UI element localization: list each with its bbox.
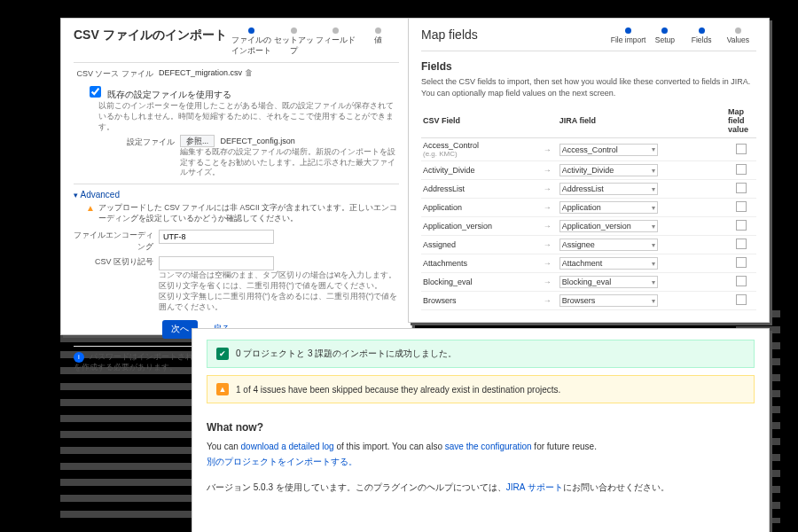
field-mapping-table: CSV Field JIRA field Map field value Acc… <box>421 104 756 310</box>
map-value-checkbox[interactable] <box>736 144 747 154</box>
jira-field-select[interactable]: Activity_Divide▾ <box>559 164 658 176</box>
warning-icon: ▲ <box>86 203 95 224</box>
jira-field-select[interactable]: Assignee▾ <box>559 239 658 251</box>
arrow-icon: → <box>542 292 558 310</box>
table-row: Application→Application▾ <box>421 199 756 217</box>
table-row: Blocking_eval→Blocking_eval▾ <box>421 273 756 292</box>
download-log-link[interactable]: download a detailed log <box>241 442 334 451</box>
use-existing-config-checkbox[interactable]: 既存の設定ファイルを使用する <box>86 90 231 99</box>
map-value-checkbox[interactable] <box>736 220 747 231</box>
wizard-stepper: ファイルのインポート セットアップ フィールド 値 <box>231 27 399 57</box>
jira-field-select[interactable]: Attachment▾ <box>559 257 658 270</box>
table-row: Browsers→Browsers▾ <box>421 292 756 310</box>
advanced-toggle[interactable]: Advanced <box>74 190 399 200</box>
warning-message: ▲ 1 of 4 issues have been skipped becaus… <box>207 375 755 403</box>
use-existing-config-input[interactable] <box>90 86 101 98</box>
step-file-import[interactable]: File import <box>610 27 646 44</box>
csv-field-cell: Access_Control(e.g. KMC) <box>421 138 542 161</box>
config-file-label: 設定ファイル <box>95 137 180 148</box>
csv-field-cell: Assigned <box>421 236 542 254</box>
save-config-link[interactable]: save the configuration <box>445 442 532 451</box>
table-row: Attachments→Attachment▾ <box>421 254 756 273</box>
map-value-checkbox[interactable] <box>736 294 747 305</box>
arrow-icon: → <box>542 254 558 273</box>
panel-title: CSV ファイルのインポート <box>74 27 227 43</box>
step-values[interactable]: Values <box>720 27 756 44</box>
import-another-link[interactable]: 別のプロジェクトをインポートする。 <box>207 457 357 466</box>
th-csv-field: CSV Field <box>421 104 542 138</box>
check-icon: ✔ <box>216 348 229 360</box>
panel-title: Map fields <box>421 27 478 42</box>
source-file-label: CSV ソース ファイル <box>74 68 159 80</box>
map-value-checkbox[interactable] <box>736 164 747 175</box>
map-value-checkbox[interactable] <box>736 257 747 268</box>
jira-field-select[interactable]: Blocking_eval▾ <box>559 276 658 288</box>
browse-button[interactable]: 参照... <box>180 135 215 147</box>
step-fields[interactable]: Fields <box>684 27 720 44</box>
chevron-down-icon: ▾ <box>652 145 655 153</box>
warning-icon: ▲ <box>216 383 229 395</box>
step-values[interactable]: 値 <box>357 27 400 46</box>
jira-support-link[interactable]: JIRA サポート <box>506 482 563 492</box>
fields-description: Select the CSV fields to import, then se… <box>421 76 756 98</box>
what-now-heading: What now? <box>207 421 755 434</box>
map-value-checkbox[interactable] <box>736 201 747 212</box>
jira-field-select[interactable]: Application_version▾ <box>559 220 658 232</box>
encoding-warning: アップロードした CSV ファイルには非 ASCII 文字が含まれています。正し… <box>98 203 399 224</box>
csv-field-cell: Activity_Divide <box>421 161 542 180</box>
delimiter-input[interactable] <box>159 256 274 270</box>
map-value-checkbox[interactable] <box>736 239 747 249</box>
chevron-down-icon: ▾ <box>652 223 655 231</box>
success-message: ✔ 0 プロジェクトと 3 課題のインポートに成功しました。 <box>207 340 755 368</box>
map-value-checkbox[interactable] <box>736 276 747 286</box>
jira-field-select[interactable]: Browsers▾ <box>559 294 658 307</box>
fields-heading: Fields <box>421 60 756 73</box>
jira-field-select[interactable]: AddressList▾ <box>559 183 658 195</box>
csv-field-cell: Application <box>421 199 542 217</box>
info-icon: i <box>74 352 84 363</box>
arrow-icon: → <box>542 273 558 292</box>
arrow-icon: → <box>542 161 558 180</box>
jira-field-select[interactable]: Access_Control▾ <box>559 144 658 156</box>
chevron-down-icon: ▾ <box>652 241 655 249</box>
jira-field-select[interactable]: Application▾ <box>559 201 658 214</box>
table-row: Application_version→Application_version▾ <box>421 217 756 236</box>
map-value-checkbox[interactable] <box>736 183 747 193</box>
csv-field-cell: Attachments <box>421 254 542 273</box>
map-fields-panel: Map fields File import Setup Fields Valu… <box>408 18 770 323</box>
delimiter-help-1: コンマの場合は空欄のまま、タブ区切りの場合は¥tを入力します。 <box>159 270 399 281</box>
arrow-icon: → <box>542 199 558 217</box>
chevron-down-icon: ▾ <box>652 167 655 175</box>
table-row: Assigned→Assignee▾ <box>421 236 756 254</box>
table-row: AddressList→AddressList▾ <box>421 180 756 199</box>
arrow-icon: → <box>542 217 558 236</box>
chevron-down-icon: ▾ <box>652 297 655 305</box>
step-setup[interactable]: セットアップ <box>273 27 316 57</box>
csv-field-cell: AddressList <box>421 180 542 199</box>
chevron-down-icon: ▾ <box>652 278 655 286</box>
trash-icon[interactable]: 🗑 <box>245 68 253 77</box>
table-row: Access_Control(e.g. KMC)→Access_Control▾ <box>421 138 756 161</box>
config-file-name: DEFECT_config.json <box>221 137 295 145</box>
csv-field-cell: Application_version <box>421 217 542 236</box>
arrow-icon: → <box>542 138 558 161</box>
source-file-name: DEFECT_migration.csv <box>159 68 242 77</box>
config-file-help: 編集する既存の設定ファイルの場所。新規のインポートを設定することをお勧めいたしま… <box>180 147 399 179</box>
table-row: Activity_Divide→Activity_Divide▾ <box>421 161 756 180</box>
delimiter-help-3: 区切り文字無しに二重引用符(")を含めるには、二重引用符(")で値を囲んでくださ… <box>159 292 399 313</box>
csv-import-panel: CSV ファイルのインポート ファイルのインポート セットアップ フィールド 値… <box>60 18 412 335</box>
step-file-import[interactable]: ファイルのインポート <box>231 27 273 57</box>
import-result-panel: ✔ 0 プロジェクトと 3 課題のインポートに成功しました。 ▲ 1 of 4 … <box>192 328 770 532</box>
step-setup[interactable]: Setup <box>646 27 683 44</box>
encoding-label: ファイルエンコーディング <box>74 230 159 253</box>
step-fields[interactable]: フィールド <box>315 27 357 46</box>
wizard-stepper: File import Setup Fields Values <box>610 27 756 44</box>
csv-field-cell: Blocking_eval <box>421 273 542 292</box>
use-existing-help: 以前このインポーターを使用したことがある場合、既の設定ファイルが保存されているか… <box>98 101 399 133</box>
delimiter-label: CSV 区切り記号 <box>74 256 159 268</box>
chevron-down-icon: ▾ <box>652 260 655 268</box>
line-1: You can download a detailed log of this … <box>207 439 755 454</box>
encoding-input[interactable] <box>159 230 274 244</box>
arrow-icon: → <box>542 236 558 254</box>
csv-field-cell: Browsers <box>421 292 542 310</box>
